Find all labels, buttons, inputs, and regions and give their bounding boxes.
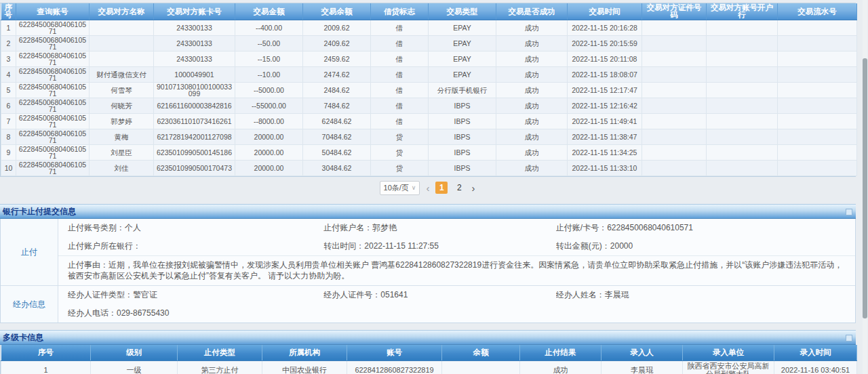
table-cell: 6	[1, 98, 16, 114]
table-cell: 243300133	[154, 20, 235, 36]
table-cell: 5	[1, 83, 16, 98]
field-经办人姓名: 经办人姓名：李晨琨	[556, 289, 855, 301]
table-cell	[778, 20, 857, 36]
field-转出金额(元): 转出金额(元)：20000	[556, 241, 855, 252]
table-cell: 4	[1, 67, 16, 83]
table-cell: 2474.62	[303, 67, 371, 83]
column-header: 级别	[91, 345, 178, 360]
table-cell	[707, 98, 778, 114]
table-cell: 贷	[371, 129, 429, 145]
table-cell: 郭梦婷	[90, 114, 154, 129]
table-cell: 7484.62	[303, 98, 371, 114]
table-cell	[707, 145, 778, 161]
stop-payment-section-header: 银行卡止付提交信息	[0, 204, 856, 219]
table-cell: 2022-11-15 11:38:47	[568, 129, 642, 145]
table-cell: 6228450068040610571	[16, 67, 90, 83]
table-cell	[778, 83, 857, 98]
stop-payment-panel: 止付止付账号类别：个人止付账户名：郭梦艳止付账/卡号：6228450068040…	[0, 219, 856, 323]
table-cell: EPAY	[429, 36, 496, 51]
column-header: 查询账号	[16, 3, 90, 20]
collapse-icon[interactable]	[846, 209, 852, 215]
transactions-table: 序号查询账号交易对方名称交易对方账卡号交易金额交易余额借贷标志交易类型交易是否成…	[1, 3, 857, 176]
field-经办人证件类型: 经办人证件类型：警官证	[68, 289, 323, 301]
column-header: 账号	[347, 345, 442, 360]
column-header: 交易时间	[568, 3, 642, 20]
transactions-table-panel: 序号查询账号交易对方名称交易对方账卡号交易金额交易余额借贷标志交易类型交易是否成…	[0, 3, 856, 177]
table-cell	[642, 67, 707, 83]
field-经办人证件号: 经办人证件号：051641	[323, 289, 555, 301]
table-cell: 贷	[371, 145, 429, 161]
info-group: 经办信息经办人证件类型：警官证经办人证件号：051641经办人姓名：李晨琨经办人…	[1, 286, 855, 323]
multi-card-section-title: 多级卡信息	[3, 333, 43, 342]
table-cell	[707, 51, 778, 67]
table-cell	[778, 67, 857, 83]
table-cell: EPAY	[429, 51, 496, 67]
table-cell: 2022-11-15 20:15:59	[568, 36, 642, 51]
table-cell: 2022-11-15 11:49:41	[568, 114, 642, 129]
table-cell: 何雪琴	[90, 83, 154, 98]
table-header-row: 序号级别止付类型所属机构账号余额止付结果录入人录入单位录入时间	[1, 345, 857, 360]
table-cell: 成功	[496, 161, 568, 176]
page-button-2[interactable]: 2	[453, 182, 465, 194]
table-cell: 6228412860827322819	[347, 360, 442, 374]
column-header: 交易是否成功	[496, 3, 568, 20]
table-cell: 6228450068040610571	[16, 145, 90, 161]
table-cell: 借	[371, 98, 429, 114]
scrollbar-thumb[interactable]	[863, 58, 867, 318]
vertical-scrollbar[interactable]	[863, 0, 867, 374]
table-cell	[707, 36, 778, 51]
table-cell	[778, 51, 857, 67]
table-cell: 6235010990500170473	[154, 161, 235, 176]
group-label: 经办信息	[1, 286, 58, 323]
multi-card-table: 序号级别止付类型所属机构账号余额止付结果录入人录入单位录入时间 1一级第三方止付…	[1, 345, 857, 374]
table-cell	[442, 360, 520, 374]
table-row: 76228450068040610571郭梦婷62303611010734162…	[1, 114, 857, 129]
table-row: 56228450068040610571何雪琴90107130801001000…	[1, 83, 857, 98]
column-header: 止付结果	[520, 345, 601, 360]
table-cell	[778, 36, 857, 51]
table-cell: 9010713080100100033099	[154, 83, 235, 98]
table-cell	[778, 114, 857, 129]
table-cell: 借	[371, 83, 429, 98]
table-cell: 2	[1, 36, 16, 51]
table-cell	[642, 145, 707, 161]
table-cell: 50484.62	[303, 145, 371, 161]
table-row: 36228450068040610571243300133--15.002459…	[1, 51, 857, 67]
table-cell: 成功	[496, 145, 568, 161]
table-cell: EPAY	[429, 67, 496, 83]
table-cell: 6217281942001127098	[154, 129, 235, 145]
table-cell: 6235010990500145186	[154, 145, 235, 161]
table-cell: 成功	[520, 360, 601, 374]
prev-page-button[interactable]: ‹	[425, 183, 431, 193]
table-cell: 243300133	[154, 36, 235, 51]
multi-card-table-panel: 序号级别止付类型所属机构账号余额止付结果录入人录入单位录入时间 1一级第三方止付…	[0, 345, 856, 374]
column-header: 交易类型	[429, 3, 496, 20]
field-止付账户所在银行: 止付账户所在银行：	[68, 241, 323, 252]
table-cell: 何晓芳	[90, 98, 154, 114]
column-header: 录入单位	[683, 345, 774, 360]
table-cell: 6228450068040610571	[16, 161, 90, 176]
table-cell: 2009.62	[303, 20, 371, 36]
page-size-select[interactable]: 10条/页 ∨	[380, 181, 420, 195]
table-cell: 借	[371, 51, 429, 67]
collapse-icon[interactable]	[846, 335, 852, 341]
table-cell	[778, 161, 857, 176]
column-header: 交易对方账卡号	[154, 3, 235, 20]
next-page-button[interactable]: ›	[470, 183, 476, 193]
table-cell: EPAY	[429, 20, 496, 36]
column-header: 序号	[1, 345, 91, 360]
table-cell	[707, 114, 778, 129]
column-header: 序号	[1, 3, 16, 20]
table-cell: --55000.00	[235, 98, 303, 114]
column-header: 录入人	[601, 345, 683, 360]
page-button-1[interactable]: 1	[435, 182, 448, 194]
table-cell: 7	[1, 114, 16, 129]
table-cell: 中国农业银行	[262, 360, 347, 374]
column-header: 录入时间	[774, 345, 857, 360]
column-header: 交易余额	[303, 3, 371, 20]
table-cell	[642, 20, 707, 36]
table-header-row: 序号查询账号交易对方名称交易对方账卡号交易金额交易余额借贷标志交易类型交易是否成…	[1, 3, 857, 20]
table-cell: 2022-11-15 11:34:25	[568, 145, 642, 161]
table-cell: 贷	[371, 161, 429, 176]
table-cell: 6228450068040610571	[16, 129, 90, 145]
